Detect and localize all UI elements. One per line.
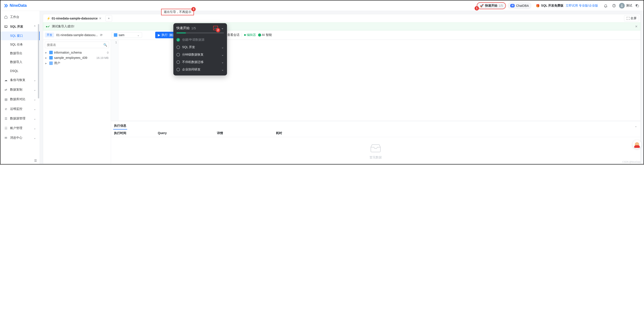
- qs-item[interactable]: 不停机数据迁移⌄: [176, 58, 224, 66]
- sidebar-item-export[interactable]: 数据导出: [0, 49, 40, 58]
- search-tables[interactable]: 🔍: [45, 41, 109, 48]
- ring-icon: [176, 53, 180, 56]
- search-input[interactable]: [45, 42, 102, 48]
- sidebar-workbench[interactable]: 工作台: [0, 12, 40, 22]
- play-icon: ▶: [158, 33, 160, 37]
- chevron-down-icon: ⌄: [221, 53, 224, 56]
- upgrade-link[interactable]: 立即试用 专业版/企业版: [566, 4, 598, 8]
- close-icon[interactable]: ✕: [635, 25, 638, 28]
- tree-row[interactable]: ▸information_schema0: [45, 50, 109, 55]
- quick-start-pill[interactable]: 🚀 快速开始 1/5 1: [477, 2, 506, 9]
- chevron-down-icon[interactable]: ⌄: [221, 26, 224, 30]
- help-icon[interactable]: [611, 2, 617, 9]
- svg-point-2: [622, 4, 622, 6]
- free-plan-pill[interactable]: 🎁 SQL 开发免费版 立即试用 专业版/企业版: [533, 2, 601, 9]
- qs-item[interactable]: 创建/申请数据源: [176, 36, 224, 43]
- run-label: 执行: [162, 33, 168, 37]
- copy-icon: ⇄: [4, 88, 8, 92]
- dot-icon: [244, 34, 246, 36]
- sidebar-compare[interactable]: ▤数据库对比⌄: [0, 94, 40, 104]
- sidebar-scrollbar[interactable]: [38, 24, 39, 98]
- quick-start-label: 快速开始: [485, 4, 497, 8]
- workspace: 🔍 ▸information_schema0 ▸sample_employees…: [43, 40, 640, 164]
- sidebar-monitor[interactable]: ⎚运维监控⌄: [0, 104, 40, 114]
- editor-toggle[interactable]: 编辑器: [244, 33, 256, 37]
- ring-icon: [176, 68, 180, 71]
- chevron-down-icon: ⌄: [34, 126, 36, 130]
- database-icon: [114, 33, 117, 37]
- qs-item[interactable]: SQL 开发⌄: [176, 43, 224, 51]
- sidebar-account[interactable]: ☷账户管理⌄: [0, 123, 40, 133]
- tab-datasource[interactable]: ⚡ 01-ninedata-sample-datasource ✕: [44, 15, 104, 21]
- quick-start-count: 1/5: [499, 4, 503, 7]
- tree-row[interactable]: ▸用户: [45, 60, 109, 66]
- success-alert: ●✔ 测试集导入成功! ✕: [43, 22, 640, 30]
- sidebar-replication[interactable]: ⇄数据复制⌄: [0, 85, 40, 94]
- monitor-icon: ⎚: [4, 107, 8, 111]
- cloud-icon: ☁: [4, 78, 8, 82]
- caret-icon: ▸: [45, 51, 48, 54]
- add-tab-button[interactable]: ＋: [106, 15, 112, 22]
- logo[interactable]: NineData: [4, 3, 27, 8]
- plug-icon: ⚡: [47, 17, 50, 20]
- chevron-down-icon: ⌄: [34, 88, 36, 91]
- collapse-icon[interactable]: ⌄: [634, 123, 638, 129]
- results-tab[interactable]: 执行信息: [113, 122, 127, 129]
- sidebar-sqldev[interactable]: SQL 开发 ⌃: [0, 22, 40, 31]
- ring-icon: [176, 60, 180, 64]
- refresh-icon[interactable]: ⟳: [100, 33, 103, 37]
- annotation-1: 1: [474, 6, 479, 10]
- brand-text: NineData: [10, 3, 27, 8]
- database-icon: [49, 51, 53, 54]
- close-icon[interactable]: ✕: [99, 17, 102, 20]
- database-icon: [49, 56, 53, 59]
- chevron-down-icon: ⌄: [34, 98, 36, 101]
- db-tree: ▸information_schema0 ▸sample_employees_4…: [43, 50, 111, 66]
- chevron-down-icon: ⌄: [137, 33, 140, 37]
- sidebar: 工作台 SQL 开发 ⌃ SQL 窗口 SQL 任务 数据导出 数据导入 DSQ…: [0, 11, 40, 164]
- sidebar-datasource[interactable]: ☰数据源管理⌄: [0, 114, 40, 123]
- help-bot[interactable]: [632, 140, 641, 149]
- qs-more-button[interactable]: ⋯2: [213, 26, 218, 30]
- search-icon[interactable]: 🔍: [102, 43, 109, 47]
- id-icon: ☷: [4, 126, 8, 130]
- sidebar-item-dsql[interactable]: DSQL: [0, 66, 40, 75]
- sidebar-backup[interactable]: ☁备份与恢复⌄: [0, 75, 40, 85]
- tree-row[interactable]: ▸sample_employees_43916.19 MB: [45, 55, 109, 60]
- ai-dot-icon: [258, 33, 261, 36]
- sidebar-collapse-icon[interactable]: ☰: [34, 159, 37, 162]
- free-plan-label: SQL 开发免费版: [541, 4, 564, 8]
- fullscreen-button[interactable]: ⛶ 全屏: [624, 15, 639, 21]
- chatdba-pill[interactable]: AI ChatDBA: [508, 2, 531, 9]
- language-icon[interactable]: [634, 2, 640, 9]
- chevron-down-icon: ⌄: [34, 136, 36, 140]
- chevron-down-icon: ⌄: [221, 45, 224, 49]
- ai-toggle[interactable]: AI 智能: [258, 33, 272, 37]
- sidebar-item-sqltask[interactable]: SQL 任务: [0, 40, 40, 49]
- chevron-down-icon: ⌄: [34, 78, 36, 82]
- results-header: 执行时间 Query 详情 耗时: [111, 129, 640, 137]
- sidebar-item-import[interactable]: 数据导入: [0, 58, 40, 66]
- sidebar-message[interactable]: ✉消息中心⌄: [0, 133, 40, 143]
- chevron-down-icon: ⌄: [34, 107, 36, 111]
- inbox-icon: [369, 144, 382, 153]
- gift-icon: 🎁: [536, 4, 540, 8]
- bot-body-icon: [634, 145, 640, 148]
- chevron-down-icon: ⌄: [34, 117, 36, 120]
- tabs-row: ⚡ 01-ninedata-sample-datasource ✕ ＋ ⛶ 全屏: [43, 14, 640, 22]
- user-menu[interactable]: 测试: [619, 3, 632, 8]
- check-icon: [176, 38, 180, 41]
- ring-icon: [176, 45, 180, 49]
- user-icon: [49, 61, 53, 65]
- fullscreen-label: 全屏: [630, 16, 636, 20]
- database-select[interactable]: sam ⌄: [112, 32, 142, 38]
- check-icon: ●✔: [46, 25, 50, 28]
- bell-icon[interactable]: [602, 2, 609, 9]
- qs-item[interactable]: 分钟级数据恢复⌄: [176, 51, 224, 58]
- caret-icon: ▸: [45, 56, 48, 59]
- sidebar-item-sqlwindow[interactable]: SQL 窗口: [0, 31, 40, 40]
- caret-icon: ▸: [45, 61, 48, 65]
- chevron-up-icon: ⌃: [34, 25, 36, 28]
- chatdba-label: ChatDBA: [516, 4, 529, 7]
- qs-item[interactable]: 企业协同研发⌄: [176, 66, 224, 73]
